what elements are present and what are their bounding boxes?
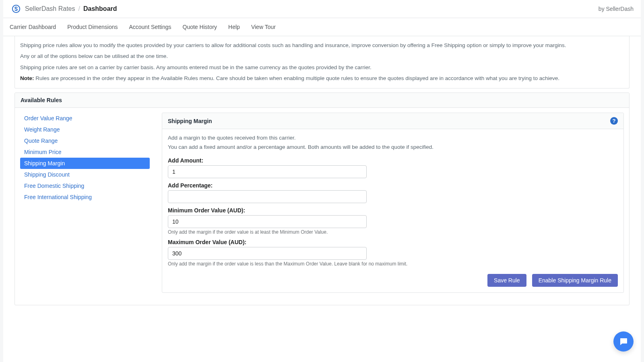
breadcrumb-separator: / bbox=[78, 5, 80, 12]
rule-weight-range[interactable]: Weight Range bbox=[20, 124, 150, 135]
top-bar: SellerDash Rates / Dashboard by SellerDa… bbox=[3, 0, 641, 18]
intro-note: Note: Rules are processed in the order t… bbox=[20, 74, 624, 82]
intro-panel: Shipping price rules allow you to modify… bbox=[14, 36, 630, 88]
nav-view-tour[interactable]: View Tour bbox=[251, 24, 276, 30]
nav-carrier-dashboard[interactable]: Carrier Dashboard bbox=[10, 24, 56, 30]
max-order-hint: Only add the margin if the order value i… bbox=[168, 261, 618, 267]
min-order-label: Minimum Order Value (AUD): bbox=[168, 207, 618, 214]
nav-help[interactable]: Help bbox=[228, 24, 240, 30]
add-percentage-input[interactable] bbox=[168, 190, 367, 203]
min-order-input[interactable] bbox=[168, 215, 367, 228]
rule-minimum-price[interactable]: Minimum Price bbox=[20, 146, 150, 158]
help-icon[interactable]: ? bbox=[610, 117, 618, 125]
rule-shipping-discount[interactable]: Shipping Discount bbox=[20, 169, 150, 180]
chat-fab[interactable] bbox=[613, 331, 634, 352]
intro-p2: Any or all of the options below can be u… bbox=[20, 52, 624, 60]
chat-icon bbox=[619, 337, 628, 346]
intro-p3: Shipping price rules are set on a carrie… bbox=[20, 64, 624, 72]
breadcrumb-app-name[interactable]: SellerDash Rates bbox=[25, 5, 75, 12]
app-logo-icon bbox=[11, 4, 21, 14]
save-rule-button[interactable]: Save Rule bbox=[487, 274, 526, 287]
nav-account-settings[interactable]: Account Settings bbox=[129, 24, 171, 30]
breadcrumb: SellerDash Rates / Dashboard bbox=[6, 4, 117, 14]
add-percentage-label: Add Percentage: bbox=[168, 182, 618, 189]
rule-quote-range[interactable]: Quote Range bbox=[20, 135, 150, 146]
enable-rule-button[interactable]: Enable Shipping Margin Rule bbox=[532, 274, 618, 287]
rule-desc1: Add a margin to the quotes received from… bbox=[168, 135, 618, 141]
nav-quote-history[interactable]: Quote History bbox=[183, 24, 217, 30]
add-amount-input[interactable] bbox=[168, 165, 367, 178]
breadcrumb-current: Dashboard bbox=[83, 5, 117, 12]
add-amount-label: Add Amount: bbox=[168, 157, 618, 164]
rule-desc2: You can add a fixed amount and/or a perc… bbox=[168, 144, 618, 150]
max-order-input[interactable] bbox=[168, 247, 367, 260]
rule-detail-panel: Shipping Margin ? Add a margin to the qu… bbox=[162, 113, 624, 293]
intro-note-text: Rules are processed in the order they ap… bbox=[34, 75, 560, 81]
by-line: by SellerDash bbox=[599, 6, 634, 12]
available-rules-panel: Available Rules Order Value Range Weight… bbox=[14, 93, 630, 305]
rule-free-international-shipping[interactable]: Free International Shipping bbox=[20, 191, 150, 203]
intro-note-label: Note: bbox=[20, 75, 34, 81]
rules-sidebar: Order Value Range Weight Range Quote Ran… bbox=[20, 113, 150, 293]
intro-p1: Shipping price rules allow you to modify… bbox=[20, 41, 624, 49]
rule-detail-title: Shipping Margin bbox=[168, 118, 212, 124]
nav-bar: Carrier Dashboard Product Dimensions Acc… bbox=[3, 18, 641, 36]
available-rules-header: Available Rules bbox=[15, 93, 629, 108]
max-order-label: Maximum Order Value (AUD): bbox=[168, 239, 618, 245]
rule-free-domestic-shipping[interactable]: Free Domestic Shipping bbox=[20, 180, 150, 191]
rule-shipping-margin[interactable]: Shipping Margin bbox=[20, 158, 150, 169]
min-order-hint: Only add the margin if the order value i… bbox=[168, 229, 618, 235]
rule-order-value-range[interactable]: Order Value Range bbox=[20, 113, 150, 124]
nav-product-dimensions[interactable]: Product Dimensions bbox=[67, 24, 118, 30]
